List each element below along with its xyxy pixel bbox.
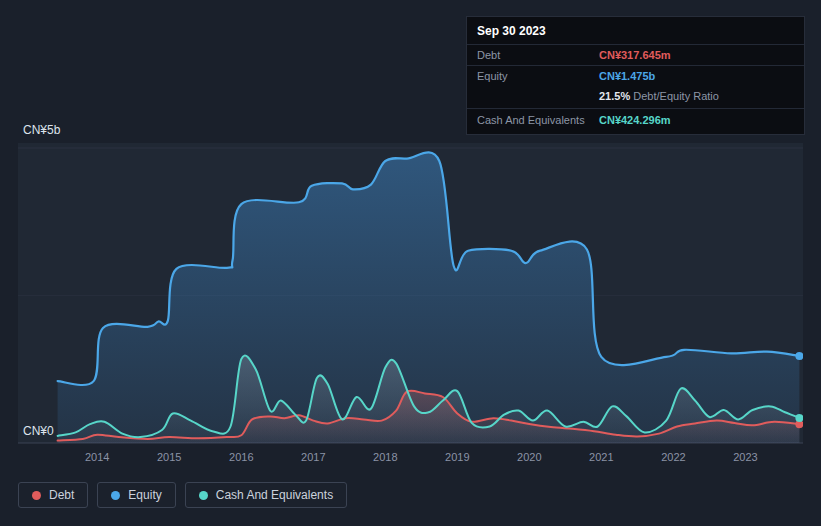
debt-series-dot-icon: [32, 491, 41, 500]
legend-item-debt[interactable]: Debt: [18, 482, 88, 508]
debt-equity-history-chart: Sep 30 2023 Debt CN¥317.645m Equity CN¥1…: [0, 0, 821, 526]
tooltip-equity-value: CN¥1.475b: [599, 69, 655, 83]
svg-text:2023: 2023: [733, 451, 757, 463]
tooltip-ratio-value-wrap: 21.5% Debt/Equity Ratio: [599, 89, 719, 103]
tooltip-cash-label: Cash And Equivalents: [477, 113, 599, 127]
legend-item-equity[interactable]: Equity: [97, 482, 175, 508]
chart-legend: Debt Equity Cash And Equivalents: [18, 482, 347, 508]
chart-canvas[interactable]: 2014201520162017201820192020202120222023: [18, 143, 803, 473]
equity-series-dot-icon: [111, 491, 120, 500]
svg-text:2014: 2014: [85, 451, 109, 463]
y-axis-max-label: CN¥5b: [23, 123, 60, 137]
chart-tooltip: Sep 30 2023 Debt CN¥317.645m Equity CN¥1…: [466, 16, 805, 135]
tooltip-cash-value: CN¥424.296m: [599, 113, 671, 127]
tooltip-date: Sep 30 2023: [467, 17, 804, 45]
svg-text:2019: 2019: [445, 451, 469, 463]
tooltip-equity-label: Equity: [477, 69, 599, 83]
legend-equity-label: Equity: [128, 488, 161, 502]
tooltip-equity-row: Equity CN¥1.475b: [467, 66, 804, 86]
svg-text:2020: 2020: [517, 451, 541, 463]
tooltip-ratio-row: 21.5% Debt/Equity Ratio: [467, 86, 804, 109]
tooltip-ratio-label: Debt/Equity Ratio: [633, 90, 719, 102]
tooltip-debt-row: Debt CN¥317.645m: [467, 45, 804, 66]
svg-text:2015: 2015: [157, 451, 181, 463]
svg-text:2017: 2017: [301, 451, 325, 463]
tooltip-debt-label: Debt: [477, 48, 599, 62]
cash-series-dot-icon: [199, 491, 208, 500]
legend-debt-label: Debt: [49, 488, 74, 502]
chart-plot-area[interactable]: 2014201520162017201820192020202120222023: [18, 143, 803, 473]
legend-item-cash[interactable]: Cash And Equivalents: [185, 482, 347, 508]
y-axis-zero-label: CN¥0: [23, 424, 54, 438]
x-axis-tick-labels: 2014201520162017201820192020202120222023: [85, 451, 758, 463]
tooltip-ratio-value: 21.5%: [599, 90, 630, 102]
tooltip-cash-row: Cash And Equivalents CN¥424.296m: [467, 109, 804, 134]
tooltip-debt-value: CN¥317.645m: [599, 48, 671, 62]
svg-text:2016: 2016: [229, 451, 253, 463]
svg-text:2021: 2021: [589, 451, 613, 463]
legend-cash-label: Cash And Equivalents: [216, 488, 333, 502]
svg-text:2018: 2018: [373, 451, 397, 463]
svg-text:2022: 2022: [661, 451, 685, 463]
